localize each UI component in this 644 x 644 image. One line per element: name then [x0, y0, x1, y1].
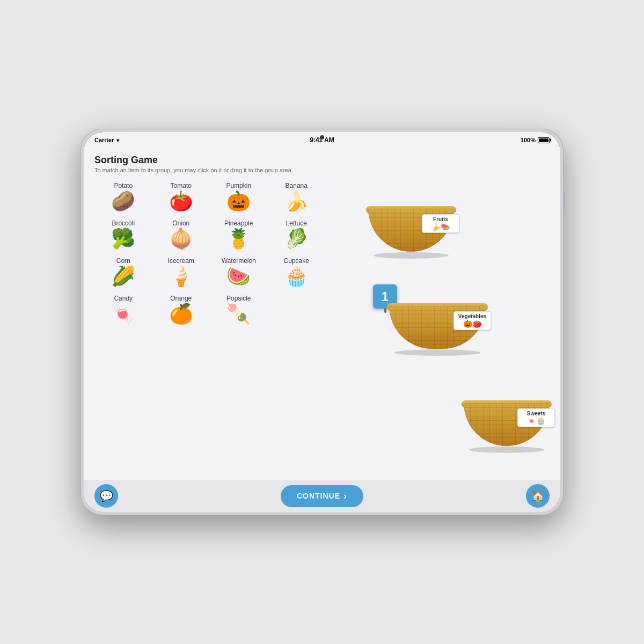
item-emoji-icecream[interactable]: 🍦	[169, 267, 193, 286]
page-subtitle: To match an item to its group, you may c…	[94, 167, 550, 173]
item-label-lettuce: Lettuce	[286, 219, 307, 227]
list-item[interactable]: Tomato 🍅	[152, 178, 210, 215]
battery-label: 100%	[521, 137, 536, 143]
item-label-pumpkin: Pumpkin	[226, 182, 251, 189]
items-grid: Potato 🥔 Tomato 🍅 Pumpkin 🎃 Banana	[94, 178, 325, 480]
basket-vegetables-body: Vegetables 🎃🍅	[389, 306, 486, 352]
list-item[interactable]: Icecream 🍦	[152, 253, 210, 290]
item-emoji-cupcake[interactable]: 🧁	[284, 267, 309, 286]
item-label-watermelon: Watermelon	[222, 257, 256, 265]
battery-icon	[538, 137, 550, 143]
list-item[interactable]: Lettuce 🥬	[268, 215, 326, 253]
item-emoji-lettuce[interactable]: 🥬	[284, 229, 309, 248]
list-item[interactable]: Orange 🍊	[152, 290, 210, 328]
side-button	[564, 193, 565, 209]
item-emoji-popsicle[interactable]: 🍡	[226, 304, 251, 324]
baskets-area: Fruits 🍌🍉 1	[336, 178, 550, 480]
vegetables-label-text: Vegetables	[458, 313, 486, 319]
basket-shadow	[469, 447, 544, 453]
item-label-orange: Orange	[170, 295, 192, 302]
item-emoji-pineapple[interactable]: 🍍	[226, 229, 251, 248]
page-title: Sorting Game	[94, 155, 550, 166]
item-label-icecream: Icecream	[168, 257, 194, 265]
status-right: 100%	[521, 137, 550, 143]
item-emoji-pumpkin[interactable]: 🎃	[226, 192, 251, 211]
item-emoji-banana[interactable]: 🍌	[284, 192, 309, 211]
list-item[interactable]: Popsicle 🍡	[210, 290, 268, 328]
chat-button[interactable]: 💬	[94, 484, 118, 508]
basket-sweets[interactable]: Sweets 🍬🧁	[464, 403, 550, 449]
basket-fruits[interactable]: Fruits 🍌🍉	[368, 209, 454, 254]
basket-vegetables[interactable]: 1 Vegetables 🎃🍅	[389, 306, 486, 352]
item-label-candy: Candy	[114, 295, 133, 302]
list-item[interactable]: Watermelon 🍉	[210, 253, 268, 290]
list-item[interactable]: Pineapple 🍍	[210, 215, 268, 253]
carrier-label: Carrier	[94, 137, 114, 143]
tablet-camera	[320, 135, 324, 140]
item-emoji-potato[interactable]: 🥔	[111, 192, 135, 211]
list-item[interactable]: Banana 🍌	[268, 178, 326, 215]
basket-sweets-label: Sweets 🍬🧁	[517, 408, 555, 427]
fruits-label-text: Fruits	[433, 216, 448, 222]
list-item[interactable]: Onion 🧅	[152, 215, 210, 253]
item-emoji-candy[interactable]: 🍬	[111, 304, 135, 324]
continue-arrow: ›	[343, 491, 347, 502]
item-emoji-onion[interactable]: 🧅	[169, 229, 193, 248]
sweets-label-text: Sweets	[527, 411, 545, 416]
main-content: Potato 🥔 Tomato 🍅 Pumpkin 🎃 Banana	[84, 178, 560, 480]
item-label-onion: Onion	[172, 219, 189, 227]
list-item[interactable]: Candy 🍬	[94, 290, 152, 328]
list-item[interactable]: Corn 🌽	[94, 253, 152, 290]
screen-content: Sorting Game To match an item to its gro…	[84, 148, 560, 512]
basket-shadow	[394, 349, 480, 356]
item-emoji-corn[interactable]: 🌽	[111, 267, 135, 286]
fruits-icon: 🍌🍉	[426, 222, 456, 231]
continue-button[interactable]: CONTINUE ›	[281, 485, 363, 507]
page-header: Sorting Game To match an item to its gro…	[84, 148, 560, 178]
tablet-screen: Carrier ▾ 9:41 AM 100% Sorting Game To m…	[84, 132, 560, 512]
item-label-cupcake: Cupcake	[284, 257, 309, 265]
status-bar: Carrier ▾ 9:41 AM 100%	[84, 132, 560, 148]
continue-label: CONTINUE	[297, 492, 340, 500]
basket-shadow	[374, 252, 449, 259]
wifi-icon: ▾	[116, 137, 119, 143]
footer: 💬 CONTINUE › 🏠	[84, 480, 560, 512]
basket-vegetables-label: Vegetables 🎃🍅	[453, 311, 491, 330]
basket-sweets-body: Sweets 🍬🧁	[464, 403, 550, 449]
item-label-potato: Potato	[114, 182, 133, 189]
item-label-banana: Banana	[286, 182, 308, 189]
basket-fruits-label: Fruits 🍌🍉	[422, 214, 459, 233]
item-emoji-broccoli[interactable]: 🥦	[111, 229, 135, 248]
item-label-tomato: Tomato	[171, 182, 192, 189]
list-item[interactable]: Cupcake 🧁	[268, 253, 326, 290]
list-item[interactable]: Broccoli 🥦	[94, 215, 152, 253]
status-left: Carrier ▾	[94, 137, 119, 143]
basket-fruits-body: Fruits 🍌🍉	[368, 209, 454, 254]
item-emoji-watermelon[interactable]: 🍉	[226, 267, 251, 286]
list-item[interactable]: Pumpkin 🎃	[210, 178, 268, 215]
item-emoji-orange[interactable]: 🍊	[169, 304, 193, 324]
list-item[interactable]: Potato 🥔	[94, 178, 152, 215]
item-label-broccoli: Broccoli	[112, 219, 135, 227]
vegetables-icon: 🎃🍅	[457, 319, 487, 328]
item-emoji-tomato[interactable]: 🍅	[169, 192, 193, 211]
tablet-frame: Carrier ▾ 9:41 AM 100% Sorting Game To m…	[80, 129, 564, 515]
item-label-corn: Corn	[116, 257, 130, 265]
sweets-icon: 🍬🧁	[521, 416, 551, 425]
item-label-pineapple: Pineapple	[224, 219, 253, 227]
item-label-popsicle: Popsicle	[226, 295, 251, 302]
home-button[interactable]: 🏠	[526, 484, 550, 508]
battery-fill	[539, 138, 548, 142]
